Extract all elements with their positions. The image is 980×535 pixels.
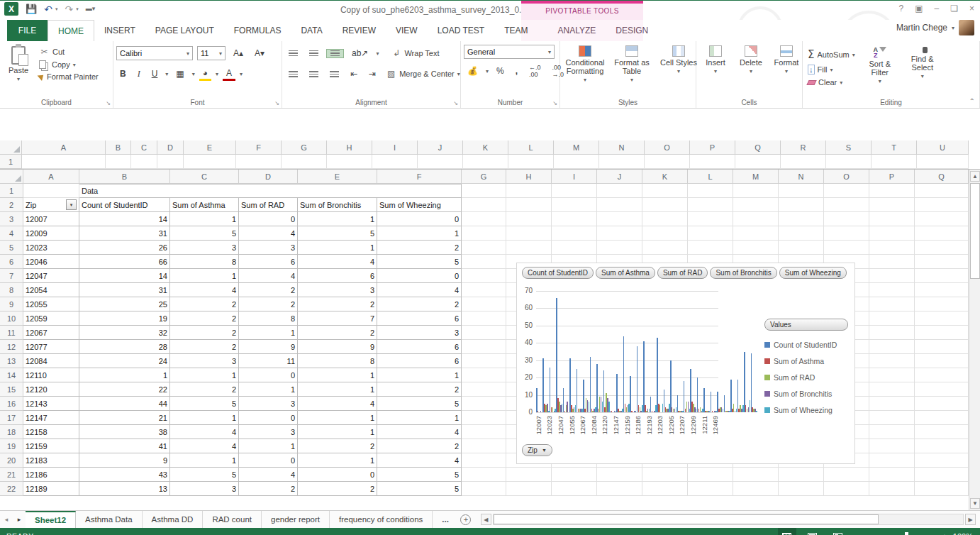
pivot-value-cell[interactable]: 0 <box>377 212 462 226</box>
borders-dropdown-icon[interactable]: ▾ <box>192 71 195 77</box>
pivot-value-cell[interactable]: 2 <box>239 283 298 297</box>
cell[interactable] <box>22 155 106 169</box>
cell[interactable] <box>733 212 779 226</box>
column-header-R[interactable]: R <box>781 140 826 155</box>
pivot-value-cell[interactable]: 1 <box>170 453 239 468</box>
cell[interactable] <box>688 226 733 241</box>
middle-align-button[interactable] <box>306 50 322 57</box>
format-painter-button[interactable]: Format Painter <box>37 72 101 82</box>
pivot-header-cell[interactable]: Sum of Wheezing <box>377 198 462 212</box>
pivot-value-cell[interactable]: 4 <box>377 453 462 468</box>
restore-icon[interactable]: ❏ <box>950 4 958 13</box>
pivot-value-cell[interactable]: 2 <box>377 241 462 255</box>
pivot-value-cell[interactable]: 12120 <box>23 382 79 397</box>
pivot-value-cell[interactable]: 6 <box>377 311 462 326</box>
pivot-value-cell[interactable]: 14 <box>79 212 170 226</box>
column-header-F[interactable]: F <box>377 170 462 184</box>
pivot-value-cell[interactable]: 0 <box>239 212 298 226</box>
row-header[interactable]: 5 <box>0 241 23 255</box>
pivot-value-cell[interactable]: 2 <box>239 482 298 496</box>
pivot-value-cell[interactable]: 32 <box>79 326 170 340</box>
scroll-right-icon[interactable]: ▶ <box>965 514 976 525</box>
cell[interactable] <box>462 283 506 297</box>
row-header[interactable]: 4 <box>0 226 23 241</box>
cell[interactable] <box>779 241 824 255</box>
minimize-icon[interactable]: – <box>935 4 940 13</box>
cell[interactable] <box>915 311 969 326</box>
scroll-left-icon[interactable]: ◀ <box>481 514 491 525</box>
cell[interactable] <box>824 468 869 482</box>
pivot-value-cell[interactable]: 3 <box>377 326 462 340</box>
tab-home[interactable]: HOME <box>48 20 94 41</box>
zoom-in-button[interactable]: + <box>942 531 947 535</box>
pivot-value-cell[interactable]: 3 <box>170 482 239 496</box>
cell[interactable] <box>869 326 915 340</box>
pivot-value-cell[interactable]: 2 <box>377 439 462 453</box>
cell[interactable] <box>462 340 506 354</box>
align-right-button[interactable] <box>326 70 343 78</box>
pivot-value-cell[interactable]: 12046 <box>23 255 79 269</box>
cell[interactable] <box>779 212 824 226</box>
align-center-button[interactable] <box>306 70 322 78</box>
cell[interactable] <box>915 241 969 255</box>
cell[interactable] <box>688 198 733 212</box>
fill-button[interactable]: ↓ Fill ▾ <box>806 64 857 75</box>
tab-data[interactable]: DATA <box>291 20 332 41</box>
cell[interactable] <box>462 411 506 425</box>
cell[interactable] <box>915 184 969 198</box>
row-header[interactable]: 15 <box>0 382 23 397</box>
pivot-value-cell[interactable]: 25 <box>79 297 170 311</box>
wrap-text-button[interactable]: ↲ Wrap Text <box>389 48 441 59</box>
cell[interactable] <box>779 198 824 212</box>
cell[interactable] <box>826 155 872 169</box>
pivot-value-cell[interactable]: 2 <box>377 297 462 311</box>
cell[interactable] <box>735 155 781 169</box>
pivot-value-cell[interactable]: 1 <box>298 368 377 382</box>
row-header[interactable]: 9 <box>0 297 23 311</box>
pivot-value-cell[interactable]: 5 <box>298 226 377 241</box>
excel-logo-icon[interactable]: X <box>4 2 18 16</box>
column-header-S[interactable]: S <box>826 140 872 155</box>
sheet-tab-gender-report[interactable]: gender report <box>262 511 330 528</box>
cell[interactable] <box>824 482 869 496</box>
bold-button[interactable]: B <box>116 68 130 79</box>
column-header-U[interactable]: U <box>917 140 969 155</box>
pivot-value-cell[interactable]: 66 <box>79 255 170 269</box>
cell[interactable] <box>824 241 869 255</box>
cell[interactable] <box>824 198 869 212</box>
cell[interactable] <box>915 340 969 354</box>
merge-center-dropdown-icon[interactable]: ▾ <box>457 71 460 77</box>
cell[interactable] <box>824 226 869 241</box>
cell[interactable] <box>915 368 969 382</box>
collapse-ribbon-icon[interactable]: ⌃ <box>969 97 975 105</box>
column-header-J[interactable]: J <box>418 140 463 155</box>
fill-color-button[interactable]: ◕ <box>199 67 211 81</box>
pivot-header-cell[interactable]: Count of StudentID <box>79 198 170 212</box>
column-header-D[interactable]: D <box>239 170 298 184</box>
copy-button[interactable]: Copy ▾ <box>37 60 101 70</box>
tab-team[interactable]: TEAM <box>494 20 538 41</box>
merge-center-button[interactable]: ▧ Merge & Center ▾ <box>384 68 462 79</box>
cell[interactable] <box>552 482 597 496</box>
cell[interactable] <box>506 226 552 241</box>
format-as-table-button[interactable]: Format as Table ▾ <box>610 43 654 96</box>
delete-cells-button[interactable]: Delete ▾ <box>735 43 767 96</box>
pivot-value-cell[interactable]: 12183 <box>23 453 79 468</box>
tab-load-test[interactable]: LOAD TEST <box>428 20 494 41</box>
pivot-value-cell[interactable]: 0 <box>298 468 377 482</box>
cell[interactable] <box>552 241 597 255</box>
chart-field-button[interactable]: Count of StudentID <box>522 267 594 279</box>
cell[interactable] <box>869 311 915 326</box>
bottom-align-button[interactable] <box>326 49 344 58</box>
cell[interactable] <box>462 425 506 439</box>
fill-color-dropdown-icon[interactable]: ▾ <box>216 71 218 77</box>
cell[interactable] <box>552 198 597 212</box>
cell[interactable] <box>915 326 969 340</box>
column-header-D[interactable]: D <box>157 140 184 155</box>
column-header-P[interactable]: P <box>869 170 915 184</box>
increase-decimal-button[interactable]: ←.0.00 <box>525 63 545 79</box>
cell[interactable] <box>869 226 915 241</box>
tab-analyze[interactable]: ANALYZE <box>547 20 606 41</box>
horizontal-scroll-thumb[interactable] <box>494 514 879 524</box>
cell[interactable] <box>869 241 915 255</box>
